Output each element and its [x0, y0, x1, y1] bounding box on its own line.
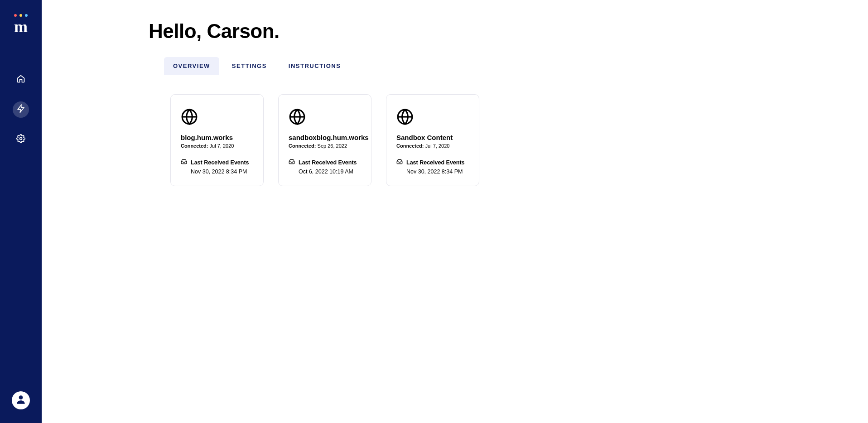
card-title: blog.hum.works [181, 134, 253, 141]
avatar-container [0, 391, 42, 409]
main-content: Hello, Carson. OVERVIEW SETTINGS INSTRUC… [42, 0, 868, 186]
gear-icon [16, 134, 25, 145]
site-card[interactable]: blog.hum.works Connected: Jul 7, 2020 La… [170, 94, 264, 186]
events-label: Last Received Events [191, 159, 249, 166]
card-event-row: Last Received Events [396, 159, 469, 167]
inbox-icon [396, 159, 403, 167]
globe-icon [181, 108, 253, 127]
events-time: Nov 30, 2022 8:34 PM [191, 168, 253, 175]
site-card[interactable]: Sandbox Content Connected: Jul 7, 2020 L… [386, 94, 479, 186]
tab-overview[interactable]: OVERVIEW [164, 57, 219, 75]
svg-point-1 [19, 395, 23, 399]
logo-dot-blue [25, 14, 28, 17]
connected-date: Jul 7, 2020 [425, 143, 450, 149]
svg-point-0 [20, 138, 22, 140]
tab-settings[interactable]: SETTINGS [223, 57, 276, 75]
card-connected: Connected: Jul 7, 2020 [396, 143, 469, 149]
logo-dots [14, 14, 28, 17]
events-time: Nov 30, 2022 8:34 PM [406, 168, 469, 175]
tabs: OVERVIEW SETTINGS INSTRUCTIONS [164, 57, 606, 75]
connected-label: Connected: [289, 143, 316, 149]
card-title: sandboxblog.hum.works [289, 134, 361, 141]
events-label: Last Received Events [299, 159, 357, 166]
cards-grid: blog.hum.works Connected: Jul 7, 2020 La… [170, 94, 606, 186]
nav-home[interactable] [13, 72, 29, 88]
sidebar: m [0, 0, 42, 423]
globe-icon [289, 108, 361, 127]
user-icon [15, 394, 27, 407]
nav-items [13, 72, 29, 148]
logo-letter: m [14, 19, 28, 35]
content-wrapper: Hello, Carson. OVERVIEW SETTINGS INSTRUC… [149, 20, 606, 186]
inbox-icon [289, 159, 295, 167]
inbox-icon [181, 159, 187, 167]
globe-icon [396, 108, 469, 127]
events-time: Oct 6, 2022 10:19 AM [299, 168, 361, 175]
card-event-row: Last Received Events [289, 159, 361, 167]
nav-activity[interactable] [13, 101, 29, 118]
page-title: Hello, Carson. [149, 20, 606, 43]
connected-date: Jul 7, 2020 [210, 143, 234, 149]
tab-instructions[interactable]: INSTRUCTIONS [280, 57, 350, 75]
site-card[interactable]: sandboxblog.hum.works Connected: Sep 26,… [278, 94, 371, 186]
lightning-icon [16, 104, 25, 115]
logo[interactable]: m [10, 14, 32, 35]
connected-label: Connected: [396, 143, 424, 149]
connected-label: Connected: [181, 143, 208, 149]
card-event-row: Last Received Events [181, 159, 253, 167]
home-icon [16, 74, 25, 85]
nav-settings[interactable] [13, 131, 29, 148]
card-connected: Connected: Sep 26, 2022 [289, 143, 361, 149]
logo-dot-red [14, 14, 17, 17]
connected-date: Sep 26, 2022 [318, 143, 347, 149]
logo-dot-yellow [19, 14, 22, 17]
user-avatar[interactable] [12, 391, 30, 409]
card-connected: Connected: Jul 7, 2020 [181, 143, 253, 149]
card-title: Sandbox Content [396, 134, 469, 141]
events-label: Last Received Events [406, 159, 465, 166]
